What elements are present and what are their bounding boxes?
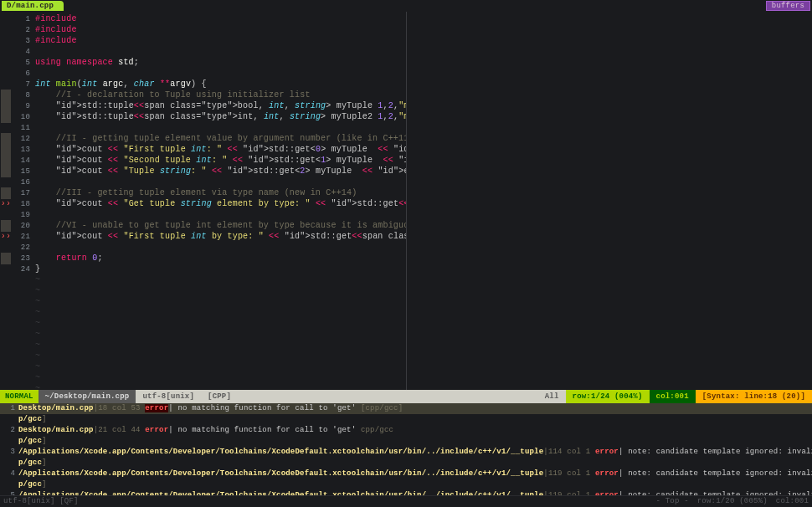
code-line[interactable]: 12 //II - getting tuple element value by… xyxy=(0,133,406,144)
split-panes: 1#include 2#include 3#include 4 5using n… xyxy=(0,12,812,390)
gutter-linenum: 16 xyxy=(12,177,35,188)
quickfix-item[interactable]: 2Desktop/main.cpp|21 col 44 error| no ma… xyxy=(0,425,812,436)
code-line[interactable]: 24} xyxy=(0,264,406,274)
qf-status-left: utf-8[unix] [QF] xyxy=(3,496,79,507)
code-line[interactable]: 9 "id">std::tuple<<span class="type">boo… xyxy=(0,100,406,111)
status-filetype: [CPP] xyxy=(201,390,238,403)
code-line[interactable]: 7int main(int argc, char **argv) { xyxy=(0,79,406,90)
quickfix-item-cont: p/gcc] xyxy=(0,479,812,490)
quickfix-statusbar: utf-8[unix] [QF] - Top - row:1/20 (005%)… xyxy=(0,495,812,507)
empty-line-tilde: ~ xyxy=(0,340,406,351)
code-line[interactable]: 17 //III - getting tuple element via typ… xyxy=(0,187,406,198)
gutter-linenum: 9 xyxy=(12,101,35,112)
code-line[interactable]: ››21 "id">cout << "First tuple int by ty… xyxy=(0,231,406,242)
gutter-linenum: 21 xyxy=(12,232,35,243)
code-line[interactable]: 19 xyxy=(0,209,406,220)
statusbar: NORMAL ~/Desktop/main.cpp utf-8[unix] [C… xyxy=(0,390,812,403)
empty-line-tilde: ~ xyxy=(0,351,406,361)
empty-line-tilde: ~ xyxy=(0,372,406,383)
buffers-button[interactable]: buffers xyxy=(766,1,810,11)
code-line[interactable]: 5using namespace std; xyxy=(0,57,406,68)
qf-status-row: row:1/20 (005%) xyxy=(697,496,768,507)
empty-line-tilde: ~ xyxy=(0,361,406,372)
tab-separator-icon xyxy=(54,1,59,11)
code-line[interactable]: 8 //I - declaration to Tuple using initi… xyxy=(0,90,406,100)
gutter-linenum: 3 xyxy=(12,36,35,47)
gutter-linenum: 14 xyxy=(12,156,35,166)
empty-line-tilde: ~ xyxy=(0,383,406,390)
quickfix-item-cont: p/gcc] xyxy=(0,458,812,469)
gutter-linenum: 24 xyxy=(12,264,35,275)
gutter-linenum: 19 xyxy=(12,210,35,221)
qf-status-top: - Top - xyxy=(656,496,689,507)
empty-line-tilde: ~ xyxy=(0,318,406,329)
gutter-linenum: 10 xyxy=(12,112,35,123)
gutter-linenum: 23 xyxy=(12,254,35,264)
code-line[interactable]: 3#include xyxy=(0,35,406,46)
code-line[interactable]: 6 xyxy=(0,68,406,79)
status-col: col:001 xyxy=(650,390,696,403)
gutter-linenum: 11 xyxy=(12,123,35,134)
empty-line-tilde: ~ xyxy=(0,296,406,307)
tab-bar: D/main.cpp buffers xyxy=(0,0,812,12)
gutter-linenum: 18 xyxy=(12,199,35,210)
gutter-linenum: 2 xyxy=(12,25,35,36)
quickfix-item[interactable]: 3/Applications/Xcode.app/Contents/Develo… xyxy=(0,447,812,458)
code-line[interactable]: 4 xyxy=(0,46,406,57)
tab-main-cpp[interactable]: D/main.cpp xyxy=(2,1,64,11)
code-line[interactable]: 14 "id">cout << "Second tuple int: " << … xyxy=(0,155,406,166)
gutter-linenum: 5 xyxy=(12,58,35,69)
gutter-linenum: 12 xyxy=(12,134,35,145)
status-path: ~/Desktop/main.cpp xyxy=(39,390,136,403)
gutter-linenum: 22 xyxy=(12,243,35,254)
code-line[interactable]: ››18 "id">cout << "Get tuple string elem… xyxy=(0,198,406,209)
quickfix-list[interactable]: 1Desktop/main.cpp|18 col 53 error| no ma… xyxy=(0,403,812,495)
quickfix-item[interactable]: 4/Applications/Xcode.app/Contents/Develo… xyxy=(0,469,812,479)
code-line[interactable]: 23 return 0; xyxy=(0,253,406,264)
qf-status-col: col:001 xyxy=(776,496,809,507)
code-line[interactable]: 16 xyxy=(0,177,406,187)
gutter-linenum: 8 xyxy=(12,90,35,101)
gutter-linenum: 17 xyxy=(12,188,35,199)
quickfix-item-cont: p/gcc] xyxy=(0,436,812,447)
code-pane-right[interactable] xyxy=(406,12,813,390)
empty-line-tilde: ~ xyxy=(0,285,406,296)
gutter-linenum: 6 xyxy=(12,69,35,79)
status-mode: NORMAL xyxy=(0,390,39,403)
empty-line-tilde: ~ xyxy=(0,274,406,285)
gutter-linenum: 1 xyxy=(12,14,35,25)
gutter-linenum: 15 xyxy=(12,166,35,177)
empty-line-tilde: ~ xyxy=(0,307,406,318)
tab-label: D/main.cpp xyxy=(7,1,54,12)
status-percent: All xyxy=(538,390,566,403)
gutter-linenum: 20 xyxy=(12,221,35,232)
code-line[interactable]: 11 xyxy=(0,122,406,133)
code-line[interactable]: 2#include xyxy=(0,24,406,35)
vim-editor: D/main.cpp buffers 1#include 2#include 3… xyxy=(0,0,812,507)
status-encoding: utf-8[unix] xyxy=(136,390,201,403)
quickfix-item[interactable]: 1Desktop/main.cpp|18 col 53 error| no ma… xyxy=(0,403,812,414)
status-syntax: [Syntax: line:18 (20)] xyxy=(696,390,812,403)
code-line[interactable]: 20 //VI - unable to get tuple int elemen… xyxy=(0,220,406,231)
code-line[interactable]: 10 "id">std::tuple<<span class="type">in… xyxy=(0,111,406,122)
code-pane-left[interactable]: 1#include 2#include 3#include 4 5using n… xyxy=(0,12,406,390)
gutter-linenum: 13 xyxy=(12,145,35,156)
quickfix-item-cont: p/gcc] xyxy=(0,414,812,425)
code-line[interactable]: 13 "id">cout << "First tuple int: " << "… xyxy=(0,144,406,155)
code-line[interactable]: 22 xyxy=(0,242,406,253)
status-row: row:1/24 (004%) xyxy=(566,390,650,403)
code-line[interactable]: 15 "id">cout << "Tuple string: " << "id"… xyxy=(0,166,406,177)
gutter-linenum: 4 xyxy=(12,47,35,58)
code-line[interactable]: 1#include xyxy=(0,13,406,24)
empty-line-tilde: ~ xyxy=(0,329,406,340)
gutter-linenum: 7 xyxy=(12,79,35,90)
